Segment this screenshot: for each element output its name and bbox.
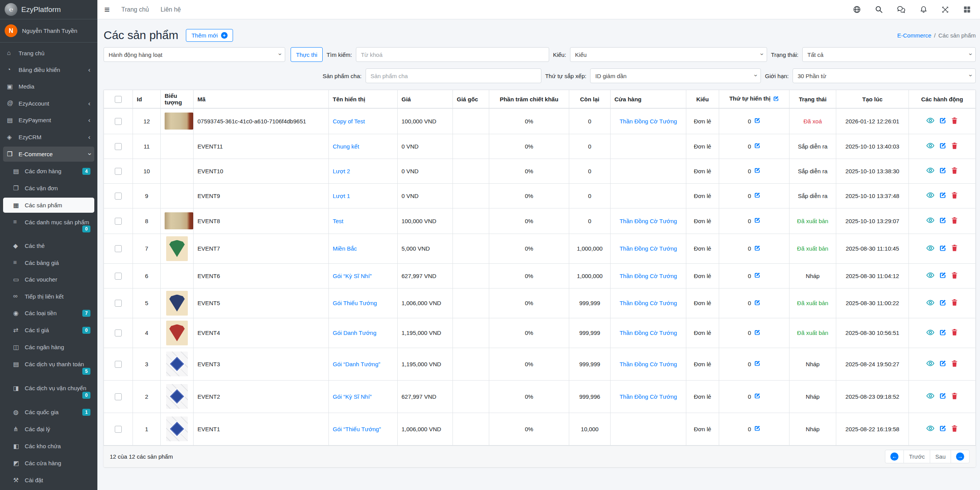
- store-link[interactable]: Thần Đồng Cờ Tướng: [619, 118, 677, 125]
- sidebar-item-cac-voucher[interactable]: ▭Các voucher: [3, 272, 94, 287]
- delete-button[interactable]: [951, 360, 958, 369]
- product-link[interactable]: Chung kết: [333, 143, 359, 150]
- row-checkbox[interactable]: [115, 426, 122, 433]
- sidebar-item-cac-don-hang[interactable]: ▤Các đơn hàng4: [3, 164, 94, 179]
- sidebar-item-media[interactable]: ▣Media: [3, 79, 94, 94]
- edit-button[interactable]: [939, 117, 946, 125]
- edit-order-icon[interactable]: [754, 167, 761, 175]
- edit-order-icon[interactable]: [754, 329, 761, 337]
- product-link[interactable]: Gói “Thiếu Tướng”: [333, 426, 381, 432]
- first-page-button[interactable]: ←: [885, 450, 903, 463]
- type-select[interactable]: Kiểu: [570, 47, 767, 62]
- store-link[interactable]: Thần Đồng Cờ Tướng: [619, 218, 677, 224]
- row-checkbox[interactable]: [115, 393, 122, 400]
- store-link[interactable]: Thần Đồng Cờ Tướng: [619, 330, 677, 336]
- sidebar-item-bang-dieu-khien[interactable]: ◔Bảng điều khiển‹: [3, 62, 94, 77]
- user-panel[interactable]: N Nguyễn Thanh Tuyền: [0, 19, 97, 43]
- delete-button[interactable]: [951, 217, 958, 225]
- edit-button[interactable]: [939, 142, 946, 150]
- sidebar-item-cac-ti-gia[interactable]: ⇄Các tỉ giá0: [3, 323, 94, 338]
- edit-order-icon[interactable]: [773, 96, 779, 103]
- view-button[interactable]: [926, 216, 934, 225]
- limit-select[interactable]: 30 Phần tử: [793, 68, 976, 83]
- prev-page-button[interactable]: Trước: [903, 450, 930, 463]
- last-page-button[interactable]: →: [951, 450, 969, 463]
- product-link[interactable]: Copy of Test: [333, 118, 365, 125]
- edit-order-icon[interactable]: [754, 272, 761, 280]
- sidebar-item-e-commerce[interactable]: ❒E-Commerce‹: [3, 147, 94, 162]
- row-checkbox[interactable]: [115, 300, 122, 307]
- status-select[interactable]: Tất cả: [802, 47, 976, 62]
- sidebar-item-ezyaccount[interactable]: @EzyAccount‹: [3, 96, 94, 111]
- search-icon[interactable]: [875, 5, 883, 14]
- view-button[interactable]: [926, 271, 934, 280]
- expand-icon[interactable]: [941, 6, 949, 14]
- delete-button[interactable]: [951, 191, 958, 200]
- view-button[interactable]: [926, 142, 934, 151]
- product-link[interactable]: Gói Thiếu Tướng: [333, 300, 377, 306]
- delete-button[interactable]: [951, 328, 958, 337]
- bulk-action-select[interactable]: Hành động hàng loạt: [104, 47, 285, 62]
- edit-button[interactable]: [939, 392, 946, 401]
- row-checkbox[interactable]: [115, 118, 122, 125]
- edit-order-icon[interactable]: [754, 360, 761, 368]
- edit-button[interactable]: [939, 425, 946, 433]
- edit-button[interactable]: [939, 329, 946, 337]
- product-link[interactable]: Miền Bắc: [333, 245, 357, 252]
- sidebar-item-cai-dat[interactable]: ⚒Cài đặt: [3, 473, 94, 488]
- edit-order-icon[interactable]: [754, 245, 761, 253]
- edit-button[interactable]: [939, 167, 946, 175]
- delete-button[interactable]: [951, 244, 958, 253]
- nav-link-lien-he[interactable]: Liên hệ: [160, 6, 181, 13]
- sidebar-item-cac-ngan-hang[interactable]: ◫Các ngân hàng: [3, 340, 94, 355]
- globe-icon[interactable]: [853, 5, 861, 14]
- product-link[interactable]: Gói “Kỳ Sĩ Nhí”: [333, 393, 372, 400]
- product-link[interactable]: Lượt 2: [333, 168, 350, 174]
- hamburger-icon[interactable]: ≡: [104, 5, 110, 14]
- edit-button[interactable]: [939, 191, 946, 200]
- delete-button[interactable]: [951, 167, 958, 176]
- delete-button[interactable]: [951, 117, 958, 126]
- product-link[interactable]: Gói “Danh Tướng”: [333, 361, 380, 367]
- edit-button[interactable]: [939, 217, 946, 225]
- sidebar-item-cac-dai-ly[interactable]: ⋔Các đại lý: [3, 422, 94, 437]
- product-link[interactable]: Gói “Kỳ Sĩ Nhí”: [333, 273, 372, 279]
- store-link[interactable]: Thần Đồng Cờ Tướng: [619, 361, 677, 367]
- sidebar-item-cac-the[interactable]: ◆Các thẻ: [3, 238, 94, 253]
- sidebar-item-cac-dich-vu-thanh-toan[interactable]: ▤Các dịch vụ thanh toán5: [3, 357, 94, 379]
- row-checkbox[interactable]: [115, 143, 122, 150]
- search-input[interactable]: [356, 47, 549, 62]
- sort-order-select[interactable]: ID giảm dần: [590, 68, 761, 83]
- row-checkbox[interactable]: [115, 245, 122, 252]
- sidebar-item-cac-danh-muc-san-pham[interactable]: ≡Các danh mục sản phẩm0: [3, 215, 94, 236]
- edit-order-icon[interactable]: [754, 393, 761, 400]
- row-checkbox[interactable]: [115, 361, 122, 368]
- sidebar-item-trang-chu[interactable]: ⌂Trang chủ: [3, 46, 94, 60]
- delete-button[interactable]: [951, 425, 958, 434]
- sidebar-item-cac-kho-chua[interactable]: ◧Các kho chứa: [3, 439, 94, 454]
- product-link[interactable]: Gói Danh Tướng: [333, 330, 376, 336]
- grid-icon[interactable]: [963, 5, 971, 14]
- view-button[interactable]: [926, 392, 934, 401]
- select-all-checkbox[interactable]: [115, 96, 122, 103]
- row-checkbox[interactable]: [115, 330, 122, 336]
- edit-button[interactable]: [939, 244, 946, 253]
- bell-icon[interactable]: [920, 5, 927, 14]
- view-button[interactable]: [926, 166, 934, 176]
- sidebar-item-cac-san-pham[interactable]: ▦Các sản phẩm: [3, 198, 94, 213]
- sidebar-item-cac-van-don[interactable]: ❐Các vận đơn: [3, 181, 94, 196]
- nav-link-trang-chu[interactable]: Trang chủ: [121, 6, 149, 13]
- store-link[interactable]: Thần Đồng Cờ Tướng: [619, 393, 677, 400]
- sidebar-item-cac-dich-vu-van-chuyen[interactable]: ◨Các dịch vụ vận chuyển0: [3, 381, 94, 403]
- view-button[interactable]: [926, 191, 934, 200]
- delete-button[interactable]: [951, 299, 958, 307]
- view-button[interactable]: [926, 359, 934, 369]
- store-link[interactable]: Thần Đồng Cờ Tướng: [619, 300, 677, 306]
- edit-order-icon[interactable]: [754, 192, 761, 200]
- row-checkbox[interactable]: [115, 168, 122, 175]
- product-link[interactable]: Lượt 1: [333, 193, 350, 199]
- view-button[interactable]: [926, 299, 934, 308]
- view-button[interactable]: [926, 328, 934, 338]
- edit-order-icon[interactable]: [754, 117, 761, 125]
- sidebar-item-cac-quoc-gia[interactable]: ◍Các quốc gia1: [3, 405, 94, 420]
